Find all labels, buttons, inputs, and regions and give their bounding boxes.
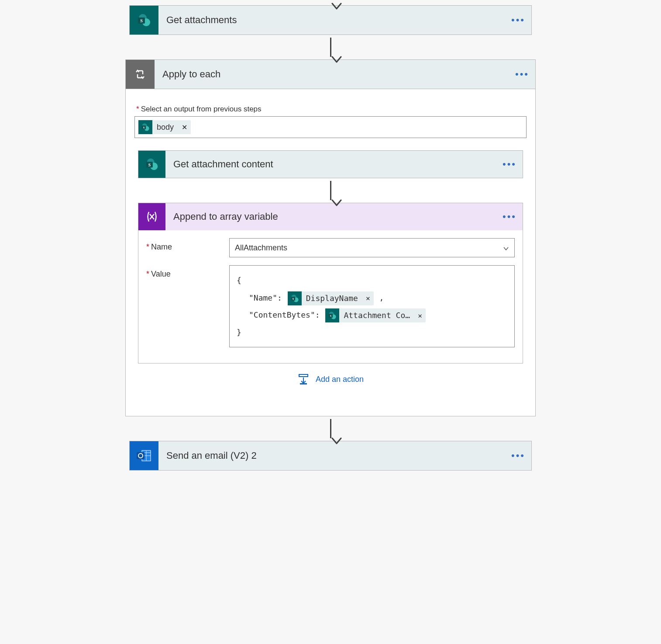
token-attachment-content[interactable]: S Attachment Co… ✕ (325, 308, 425, 322)
token-label: body (152, 123, 178, 132)
sharepoint-icon: S (288, 291, 302, 305)
ellipsis-icon[interactable]: ••• (509, 60, 535, 89)
loop-title: Apply to each (155, 60, 509, 89)
loop-header[interactable]: Apply to each ••• (126, 60, 535, 89)
add-action-button[interactable]: Add an action (297, 373, 364, 385)
svg-text:S: S (148, 163, 151, 167)
svg-rect-20 (299, 374, 308, 377)
ellipsis-icon[interactable]: ••• (496, 151, 523, 178)
sharepoint-icon: S (138, 120, 152, 134)
flow-arrow (330, 181, 331, 200)
token-remove-icon[interactable]: ✕ (414, 308, 426, 323)
outlook-icon (130, 441, 158, 470)
variable-icon (138, 203, 165, 230)
name-select-value: AllAttachments (235, 243, 287, 253)
sharepoint-icon: S (138, 151, 165, 178)
token-remove-icon[interactable]: ✕ (178, 123, 191, 132)
action-append-to-array: Append to array variable ••• *Name AllAt… (138, 203, 523, 364)
code-line: } (237, 324, 507, 341)
chevron-down-icon (503, 245, 509, 251)
action-title: Append to array variable (165, 203, 496, 230)
svg-rect-21 (300, 383, 307, 384)
insert-step-icon (297, 373, 310, 385)
token-displayname[interactable]: S DisplayName ✕ (288, 291, 374, 305)
action-header[interactable]: Append to array variable ••• (138, 203, 523, 230)
loop-apply-to-each: Apply to each ••• *Select an output from… (125, 59, 536, 416)
flow-arrow (330, 38, 331, 57)
name-select[interactable]: AllAttachments (229, 238, 515, 257)
action-get-attachment-content[interactable]: S Get attachment content ••• (138, 150, 523, 178)
code-line: "Name": S (237, 289, 507, 307)
field-label-name: *Name (146, 238, 229, 252)
field-label-value: *Value (146, 265, 229, 279)
sharepoint-icon: S (130, 6, 158, 35)
loop-icon (126, 60, 155, 89)
flow-arrow (330, 419, 331, 438)
select-output-input[interactable]: S body ✕ (134, 116, 527, 138)
token-label: DisplayName (302, 290, 362, 307)
svg-text:S: S (140, 18, 143, 23)
value-input[interactable]: { "Name": (229, 265, 515, 347)
token-body[interactable]: S body ✕ (138, 120, 191, 134)
action-send-email[interactable]: Send an email (V2) 2 ••• (129, 441, 532, 471)
svg-text:S: S (292, 298, 294, 300)
token-label: Attachment Co… (339, 307, 414, 324)
action-title: Send an email (V2) 2 (158, 441, 505, 470)
svg-text:S: S (330, 315, 332, 317)
ellipsis-icon[interactable]: ••• (505, 6, 531, 35)
code-line: "ContentBytes": S (237, 306, 507, 324)
add-action-label: Add an action (316, 375, 364, 384)
code-line: { (237, 272, 507, 289)
field-label: *Select an output from previous steps (136, 105, 527, 114)
ellipsis-icon[interactable]: ••• (496, 203, 523, 230)
ellipsis-icon[interactable]: ••• (505, 441, 531, 470)
svg-text:S: S (143, 126, 145, 129)
token-remove-icon[interactable]: ✕ (362, 291, 374, 306)
sharepoint-icon: S (325, 308, 339, 322)
action-title: Get attachment content (165, 151, 496, 178)
